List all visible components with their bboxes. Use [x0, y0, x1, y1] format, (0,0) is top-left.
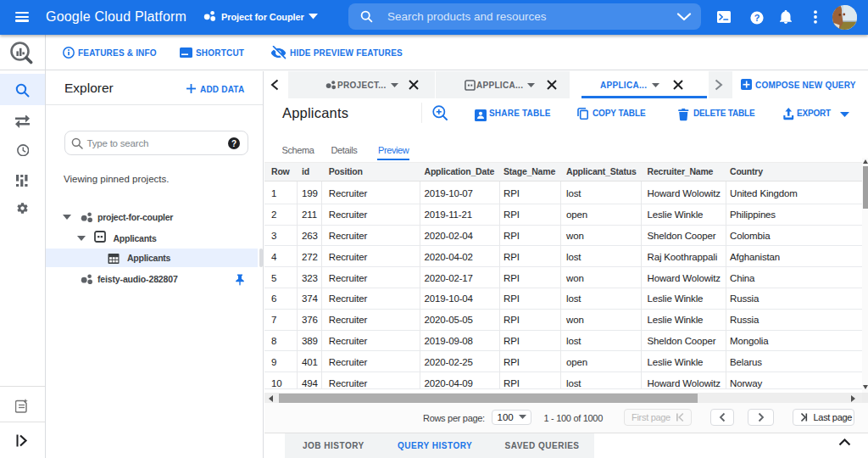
- svg-text:?: ?: [754, 13, 760, 23]
- svg-text:?: ?: [231, 138, 236, 148]
